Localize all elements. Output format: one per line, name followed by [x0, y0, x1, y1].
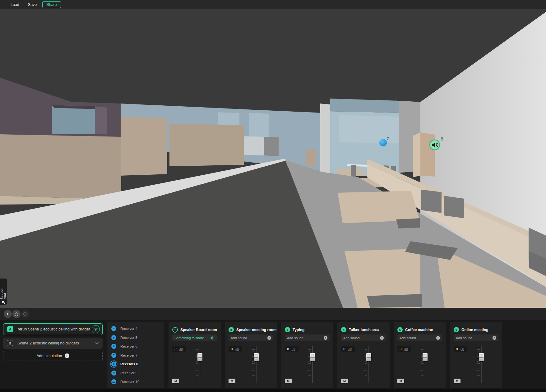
- receiver-item-selected[interactable]: 8Receiver 8: [107, 360, 164, 369]
- source-strip-online-meeting: 6Online meeting Add sound+ 0dB M: [450, 322, 502, 388]
- simulation-b-row[interactable]: B Scene 2 acoustic ceiling no dividers: [3, 338, 103, 349]
- slider-handle[interactable]: [366, 353, 371, 361]
- bottom-edge: [0, 389, 546, 392]
- headphones-button[interactable]: [12, 310, 21, 318]
- share-button[interactable]: Share: [42, 1, 61, 8]
- slider-handle[interactable]: [479, 353, 484, 361]
- simulation-a-settings-button[interactable]: [92, 325, 100, 333]
- mute-button[interactable]: M: [341, 379, 348, 383]
- slider-handle[interactable]: [254, 353, 259, 361]
- simulation-a-badge: A: [7, 326, 13, 332]
- mute-button[interactable]: M: [454, 379, 460, 383]
- receiver-badge: 6: [111, 344, 116, 349]
- partition: [121, 117, 167, 176]
- receiver-label: Receiver 7: [120, 353, 137, 357]
- slider-track[interactable]: [425, 346, 425, 383]
- receiver-item[interactable]: 4Receiver 4: [107, 324, 164, 333]
- save-button[interactable]: Save: [25, 1, 40, 8]
- tan-column: [413, 132, 420, 177]
- svg-text:5: 5: [441, 136, 443, 141]
- mute-button[interactable]: M: [285, 379, 292, 383]
- simulation-b-name: Scene 2 acoustic ceiling no dividers: [17, 341, 95, 345]
- receiver-item[interactable]: 7Receiver 7: [107, 351, 164, 360]
- source-strip-typing: 3Typing Add sound+ 0dB M: [281, 322, 333, 388]
- source-strip-speaker-board-room: 1Speaker Board room Something to share 0…: [169, 322, 221, 388]
- source-strip-coffee-machine: 5Coffee machine Add sound+ 0dB M: [394, 322, 446, 388]
- chevron-down-icon: [95, 341, 99, 344]
- mute-button[interactable]: M: [172, 379, 179, 383]
- top-toolbar: Load Save Share: [0, 0, 546, 9]
- slider-track[interactable]: [200, 346, 200, 383]
- source-strip-speaker-meeting-room: 2Speaker meeting room Add sound+ 0dB M: [225, 322, 277, 388]
- partition: [0, 134, 121, 200]
- support-chat-label: Support chat: [0, 280, 7, 299]
- doorway: [264, 137, 279, 156]
- receiver-label: Receiver 5: [120, 336, 137, 339]
- load-button[interactable]: Load: [7, 1, 22, 8]
- slider-handle[interactable]: [310, 353, 315, 361]
- spatial-audio-button[interactable]: [21, 310, 29, 318]
- simulation-a-name: rerun Scene 2 acoustic ceiling with divi…: [18, 327, 92, 331]
- slider-track[interactable]: [256, 346, 257, 383]
- spatial-audio-icon: [23, 312, 27, 316]
- play-button[interactable]: [4, 310, 12, 318]
- plus-icon: +: [65, 353, 69, 358]
- chat-bubbles-icon: [2, 301, 6, 305]
- receiver-item[interactable]: 10Receiver 10: [107, 377, 164, 386]
- receiver-badge: 10: [111, 379, 116, 384]
- support-chat-tab[interactable]: Support chat: [0, 279, 7, 305]
- receiver-label: Receiver 4: [120, 327, 137, 330]
- slider-track[interactable]: [312, 346, 313, 383]
- receiver-badge: 4: [111, 326, 116, 331]
- mixer-deck: A rerun Scene 2 acoustic ceiling with di…: [0, 320, 546, 392]
- receiver-label: Receiver 10: [120, 380, 139, 384]
- play-icon: [6, 312, 9, 316]
- slider-handle[interactable]: [197, 353, 202, 361]
- playback-controls: [0, 308, 546, 320]
- slider-track[interactable]: [368, 346, 369, 383]
- receiver-item[interactable]: 5Receiver 5: [107, 333, 164, 342]
- receiver-item[interactable]: 9Receiver 9: [107, 369, 164, 378]
- purple-wall-window: [52, 105, 95, 134]
- simulation-a-row[interactable]: A rerun Scene 2 acoustic ceiling with di…: [3, 323, 103, 335]
- add-simulation-label: Add simulation: [37, 354, 62, 358]
- receiver-badge: 5: [111, 335, 116, 340]
- office-3d-scene: 7 5: [0, 9, 546, 308]
- headphones-icon: [14, 312, 19, 316]
- partition: [169, 124, 244, 166]
- slider-handle[interactable]: [423, 353, 428, 361]
- add-simulation-button[interactable]: Add simulation +: [3, 351, 103, 361]
- receiver-badge: 7: [111, 353, 116, 358]
- receiver-badge: 9: [111, 371, 116, 376]
- mute-button[interactable]: M: [397, 379, 404, 383]
- source-strip-talker-lunch-area: 4Talker lunch area Add sound+ 0dB M: [337, 322, 390, 388]
- receiver-item[interactable]: 6Receiver 6: [107, 342, 164, 351]
- simulation-b-badge: B: [7, 340, 13, 346]
- mute-button[interactable]: M: [229, 379, 235, 383]
- svg-text:7: 7: [386, 136, 389, 141]
- slider-track[interactable]: [481, 346, 482, 383]
- receiver-label: Receiver 9: [120, 371, 137, 375]
- receiver-label: Receiver 8: [120, 362, 138, 366]
- tune-sliders-icon: [94, 328, 98, 331]
- meeting-room-glass-top: [330, 99, 399, 113]
- receiver-badge: 8: [111, 362, 116, 367]
- receiver-list: 4Receiver 4 5Receiver 5 6Receiver 6 7Rec…: [107, 322, 164, 388]
- scene-3d-viewport[interactable]: 7 5: [0, 9, 546, 308]
- receiver-label: Receiver 6: [120, 344, 137, 348]
